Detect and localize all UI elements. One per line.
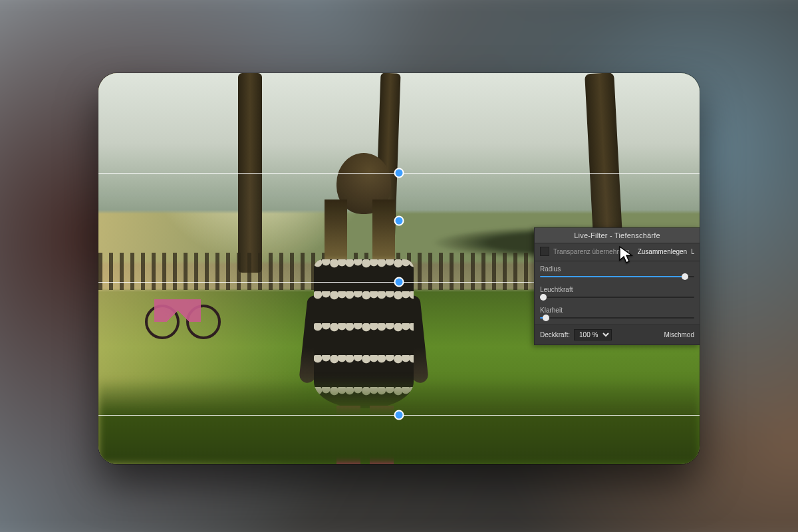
preview-card: Live-Filter - Tiefenschärfe Transparenz … xyxy=(98,73,700,464)
radius-label: Radius xyxy=(535,263,700,273)
vibrance-slider[interactable] xyxy=(540,293,694,301)
dof-handle[interactable] xyxy=(394,277,404,287)
dof-handle[interactable] xyxy=(394,168,404,178)
delete-button[interactable]: Lö xyxy=(691,248,694,255)
clarity-label: Klarheit xyxy=(535,304,700,314)
panel-title: Live-Filter - Tiefenschärfe xyxy=(535,228,700,243)
blend-mode-label: Mischmod xyxy=(664,331,694,338)
preserve-alpha-label: Transparenz übernehmen xyxy=(553,248,630,255)
vibrance-label: Leuchtkraft xyxy=(535,283,700,293)
opacity-label: Deckkraft: xyxy=(540,331,570,338)
live-filter-panel: Live-Filter - Tiefenschärfe Transparenz … xyxy=(534,227,700,345)
radius-slider[interactable] xyxy=(540,273,694,281)
clarity-slider[interactable] xyxy=(540,314,694,322)
dof-handle[interactable] xyxy=(394,410,404,420)
merge-button[interactable]: Zusammenlegen xyxy=(638,248,687,255)
dof-handle[interactable] xyxy=(394,216,404,226)
opacity-select[interactable]: 100 % xyxy=(574,329,612,340)
preserve-alpha-checkbox[interactable] xyxy=(540,247,549,256)
